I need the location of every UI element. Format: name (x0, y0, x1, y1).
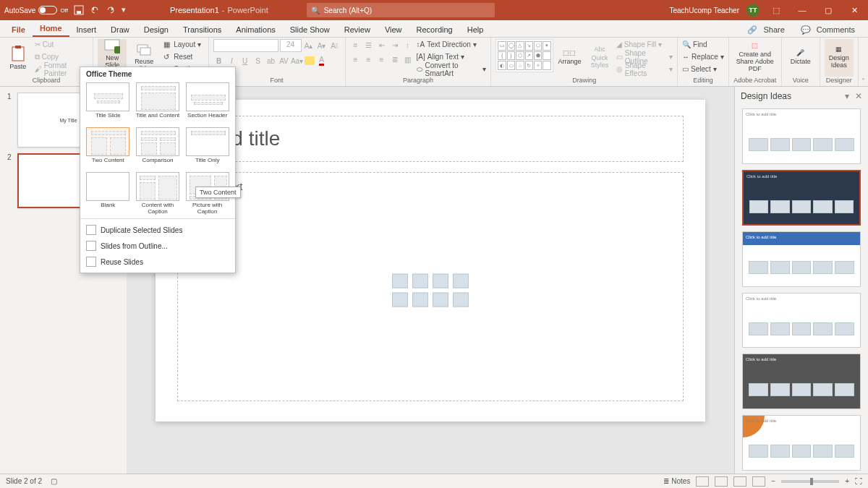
zoom-slider[interactable] (781, 480, 839, 483)
content-icons[interactable] (392, 273, 469, 307)
tab-home[interactable]: Home (33, 21, 69, 37)
select-button[interactable]: ▭Select ▾ (682, 64, 724, 74)
find-button[interactable]: 🔍Find (682, 39, 724, 50)
layout-title-and-content[interactable]: Title and Content (135, 82, 182, 124)
layout-two-content[interactable]: Two Content (85, 127, 132, 169)
user-avatar[interactable]: TT (746, 4, 760, 17)
layout-title-slide[interactable]: Title Slide (85, 82, 132, 124)
design-idea-1[interactable]: Click to add title (742, 108, 861, 164)
tab-transitions[interactable]: Transitions (176, 22, 229, 37)
layout-comparison[interactable]: Comparison (135, 127, 182, 169)
convert-smartart-button[interactable]: ⬭Convert to SmartArt ▾ (417, 64, 487, 74)
autosave-toggle[interactable]: AutoSave Off (4, 6, 68, 14)
undo-icon[interactable] (90, 5, 100, 15)
slide-counter[interactable]: Slide 2 of 2 (6, 477, 42, 485)
reuse-slides-item[interactable]: Reuse Slides (80, 254, 235, 270)
layout-content-with-caption[interactable]: Content with Caption (135, 172, 182, 214)
cut-button[interactable]: ✂Cut (35, 39, 88, 50)
reset-button[interactable]: ↺Reset (161, 51, 203, 62)
design-idea-3[interactable]: Click to add title (742, 231, 861, 287)
share-button[interactable]: 🔗 Share (743, 22, 793, 37)
italic-button[interactable]: I (226, 55, 238, 67)
font-color-button[interactable]: A (316, 55, 328, 67)
collapse-ribbon-icon[interactable]: ˆ (859, 38, 868, 86)
layout-button[interactable]: ▦Layout ▾ (161, 39, 203, 50)
tab-slideshow[interactable]: Slide Show (283, 22, 337, 37)
minimize-icon[interactable]: — (793, 3, 812, 17)
ribbon-options-icon[interactable]: ⬚ (767, 3, 786, 17)
accessibility-icon[interactable]: ▢ (51, 477, 57, 485)
align-left-icon[interactable]: ≡ (350, 53, 362, 65)
case-button[interactable]: Aa▾ (292, 55, 303, 67)
qat-dropdown-icon[interactable]: ▾ (122, 5, 132, 15)
comments-button[interactable]: 💬 Comments (796, 22, 864, 37)
duplicate-slides-item[interactable]: Duplicate Selected Slides (80, 222, 235, 238)
pane-close-icon[interactable]: ✕ (855, 91, 862, 101)
numbering-icon[interactable]: ☰ (363, 39, 375, 51)
design-idea-4[interactable]: Click to add title (742, 293, 861, 348)
underline-button[interactable]: U (239, 55, 251, 67)
grow-font-icon[interactable]: A▴ (303, 40, 315, 51)
tab-design[interactable]: Design (137, 22, 176, 37)
shapes-gallery[interactable]: ▭◯△↘⬠▾ {}⬡↗⬟ ◐⬭☆↻✧ (495, 39, 553, 72)
pane-dropdown-icon[interactable]: ▾ (845, 91, 849, 101)
adobe-pdf-button[interactable]: ⬚Create and Share Adobe PDF (733, 39, 777, 77)
design-idea-5[interactable]: Click to add title (742, 354, 861, 409)
tab-file[interactable]: File (4, 22, 33, 37)
layout-blank[interactable]: Blank (85, 172, 132, 214)
indent-inc-icon[interactable]: ⇥ (389, 39, 401, 51)
title-placeholder[interactable]: to add title (177, 116, 684, 162)
quick-styles-button[interactable]: AbcQuick Styles (586, 39, 613, 77)
slides-from-outline-item[interactable]: Slides from Outline... (80, 238, 235, 254)
design-idea-2[interactable]: Click to add title (742, 170, 861, 226)
highlight-button[interactable] (305, 56, 315, 65)
font-name-combo[interactable] (213, 39, 278, 52)
indent-dec-icon[interactable]: ⇤ (376, 39, 388, 51)
strike-button[interactable]: S (252, 55, 264, 67)
current-slide[interactable]: to add title o add text (156, 100, 705, 421)
tab-recording[interactable]: Recording (409, 22, 460, 37)
spacing-button[interactable]: AV (278, 55, 290, 67)
replace-button[interactable]: ↔Replace ▾ (682, 51, 724, 62)
align-right-icon[interactable]: ≡ (376, 53, 388, 65)
tab-view[interactable]: View (378, 22, 409, 37)
user-name[interactable]: TeachUcomp Teacher (669, 7, 739, 14)
notes-button[interactable]: ≣ Notes (663, 477, 690, 485)
line-spacing-icon[interactable]: ↕ (402, 39, 414, 51)
zoom-in-icon[interactable]: + (845, 477, 849, 485)
shape-effects-button[interactable]: ◎Shape Effects ▾ (616, 64, 673, 74)
slideshow-view-icon[interactable] (752, 476, 765, 487)
columns-icon[interactable]: ▥ (402, 53, 414, 65)
layout-title-only[interactable]: Title Only (184, 127, 231, 169)
dictate-button[interactable]: 🎤Dictate (786, 39, 815, 77)
shrink-font-icon[interactable]: A▾ (316, 40, 328, 51)
tab-help[interactable]: Help (460, 22, 491, 37)
arrange-button[interactable]: ⬚⬚Arrange (556, 39, 584, 77)
maximize-icon[interactable]: ▢ (819, 3, 838, 17)
sorter-view-icon[interactable] (715, 476, 728, 487)
tab-review[interactable]: Review (337, 22, 378, 37)
tab-insert[interactable]: Insert (69, 22, 104, 37)
tab-draw[interactable]: Draw (103, 22, 137, 37)
design-ideas-button[interactable]: ▦Design Ideas (825, 39, 854, 77)
paste-button[interactable]: Paste (4, 39, 32, 77)
align-center-icon[interactable]: ≡ (363, 53, 375, 65)
search-box[interactable]: 🔍 Search (Alt+Q) (307, 3, 495, 17)
design-idea-6[interactable]: Click to add title (742, 415, 861, 471)
bold-button[interactable]: B (213, 55, 225, 67)
fit-window-icon[interactable]: ⛶ (855, 477, 862, 485)
text-direction-button[interactable]: ↕AText Direction ▾ (417, 39, 487, 50)
shadow-button[interactable]: ab (265, 55, 277, 67)
redo-icon[interactable] (106, 5, 116, 15)
zoom-out-icon[interactable]: − (771, 477, 775, 485)
close-icon[interactable]: ✕ (845, 3, 864, 17)
bullets-icon[interactable]: ≡ (350, 39, 362, 51)
content-placeholder[interactable]: o add text (177, 172, 684, 401)
justify-icon[interactable]: ≣ (389, 53, 401, 65)
normal-view-icon[interactable] (696, 476, 709, 487)
clear-format-icon[interactable]: A⃠ (329, 40, 341, 51)
reading-view-icon[interactable] (733, 476, 746, 487)
layout-section-header[interactable]: Section Header (184, 82, 231, 124)
save-icon[interactable] (74, 5, 84, 15)
font-size-combo[interactable]: 24 (280, 39, 302, 52)
